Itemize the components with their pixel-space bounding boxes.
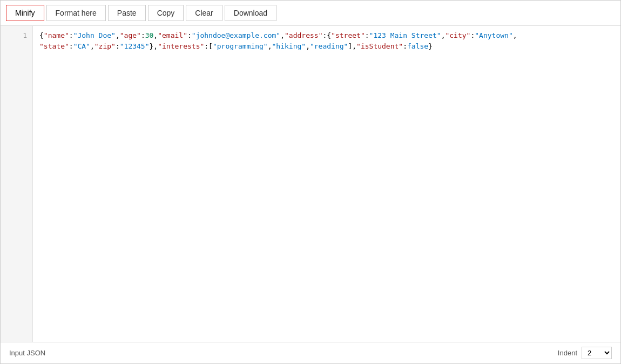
- paste-button[interactable]: Paste: [108, 5, 146, 21]
- app-container: Minify Format here Paste Copy Clear Down…: [0, 0, 621, 364]
- minify-button[interactable]: Minify: [6, 5, 44, 21]
- code-editor[interactable]: {"name":"John Doe","age":30,"email":"joh…: [33, 26, 620, 342]
- download-button[interactable]: Download: [225, 5, 276, 21]
- line-number-1: 1: [1, 30, 32, 41]
- clear-button[interactable]: Clear: [186, 5, 222, 21]
- toolbar: Minify Format here Paste Copy Clear Down…: [1, 1, 620, 26]
- format-button[interactable]: Format here: [46, 5, 106, 21]
- editor-area: 1 {"name":"John Doe","age":30,"email":"j…: [1, 26, 620, 342]
- indent-label: Indent: [558, 349, 577, 357]
- input-json-label: Input JSON: [9, 349, 45, 357]
- line-numbers: 1: [1, 26, 33, 342]
- indent-select[interactable]: 2 4 1 3: [582, 347, 612, 359]
- indent-control: Indent 2 4 1 3: [558, 347, 612, 359]
- status-bar: Input JSON Indent 2 4 1 3: [1, 342, 620, 363]
- copy-button[interactable]: Copy: [148, 5, 184, 21]
